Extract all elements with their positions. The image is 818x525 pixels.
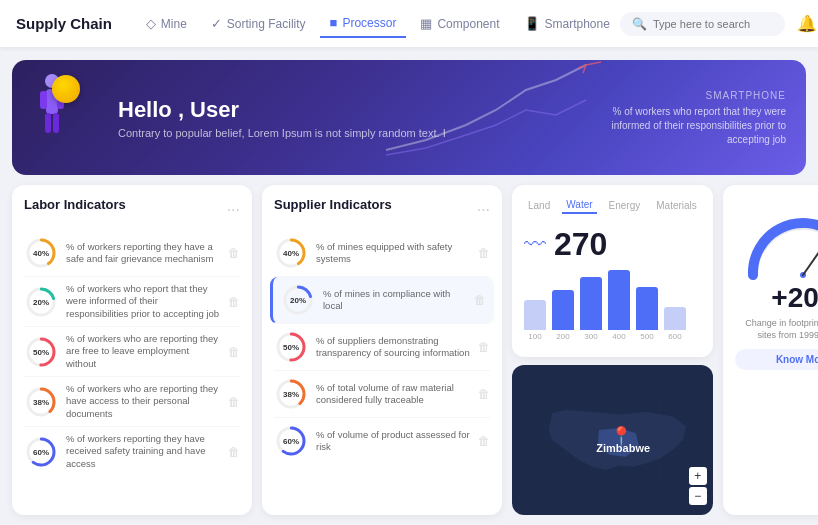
wave-icon: 〰 [524, 232, 546, 258]
navbar: Supply Chain ◇ Mine ✓ Sorting Facility ■… [0, 0, 818, 48]
svg-line-6 [586, 62, 601, 65]
gauge-svg [743, 215, 818, 280]
labor-circle: 38% [24, 385, 58, 419]
bar-label: 500 [640, 332, 653, 341]
unit-label: sq. km [735, 197, 818, 211]
bar [664, 307, 686, 330]
bar [636, 287, 658, 330]
hero-coin [52, 75, 80, 103]
supplier-circle: 50% [274, 330, 308, 364]
labor-rows: 40% % of workers reporting they have a s… [24, 230, 240, 476]
bar-column: 100 [524, 300, 546, 341]
stats-tabs: LandWaterEnergyMaterials [524, 197, 701, 214]
supplier-row: 60% % of volume of product assessed for … [274, 418, 490, 464]
bar-column: 300 [580, 277, 602, 341]
stats-big-number: 270 [554, 226, 607, 263]
bar-label: 200 [556, 332, 569, 341]
bar-column: 400 [608, 270, 630, 341]
stats-tab-materials[interactable]: Materials [652, 198, 701, 213]
hero-sparkline [386, 60, 606, 175]
labor-row: 20% % of workers who report that they we… [24, 277, 240, 327]
smartphone-icon: 📱 [524, 16, 540, 31]
bar-chart: 100 200 300 400 500 600 [524, 271, 701, 341]
delete-icon[interactable]: 🗑 [228, 395, 240, 409]
bar-column: 500 [636, 287, 658, 341]
right-panel-card: sq. km +200 Change in footprint of minin… [723, 185, 818, 515]
map-controls: + − [689, 467, 707, 505]
supplier-indicators-card: Supplier Indicators ··· 40% % of mines e… [262, 185, 502, 515]
bar [524, 300, 546, 330]
bar-label: 600 [668, 332, 681, 341]
labor-menu-icon[interactable]: ··· [227, 201, 240, 219]
labor-row: 60% % of workers reporting they have rec… [24, 427, 240, 476]
labor-circle: 50% [24, 335, 58, 369]
labor-circle: 40% [24, 236, 58, 270]
stats-tab-land[interactable]: Land [524, 198, 554, 213]
labor-row: 50% % of workers who are reporting they … [24, 327, 240, 377]
svg-rect-2 [40, 91, 47, 109]
supplier-menu-icon[interactable]: ··· [477, 201, 490, 219]
delete-icon[interactable]: 🗑 [474, 293, 486, 307]
hero-banner: Hello , User Contrary to popular belief,… [12, 60, 806, 175]
svg-line-35 [803, 235, 818, 275]
bar-column: 200 [552, 290, 574, 341]
bar [552, 290, 574, 330]
bar-label: 100 [528, 332, 541, 341]
supplier-circle: 60% [274, 424, 308, 458]
know-more-button[interactable]: Know More [735, 349, 818, 370]
svg-rect-5 [53, 113, 59, 133]
labor-row: 40% % of workers reporting they have a s… [24, 230, 240, 277]
nav-item-processor[interactable]: ■ Processor [320, 9, 407, 38]
main-grid: Labor Indicators ··· 40% % of workers re… [12, 185, 806, 515]
hero-right-info: SMARTPHONE % of workers who report that … [606, 89, 786, 146]
app-logo: Supply Chain [16, 15, 112, 32]
nav-item-smartphone[interactable]: 📱 Smartphone [514, 10, 620, 37]
search-input[interactable] [653, 18, 773, 30]
search-bar[interactable]: 🔍 [620, 12, 785, 36]
nav-right: 🔔 S Supplier ▾ [797, 9, 818, 39]
delete-icon[interactable]: 🗑 [478, 246, 490, 260]
delete-icon[interactable]: 🗑 [478, 434, 490, 448]
bar-label: 300 [584, 332, 597, 341]
nav-item-component[interactable]: ▦ Component [410, 10, 509, 37]
supplier-card-header: Supplier Indicators ··· [274, 197, 490, 222]
supplier-row: 20% % of mines in compliance with local … [270, 277, 494, 324]
supplier-row: 38% % of total volume of raw material co… [274, 371, 490, 418]
delete-icon[interactable]: 🗑 [478, 340, 490, 354]
nav-item-mine[interactable]: ◇ Mine [136, 10, 197, 37]
change-text: Change in footprint of mining sites from… [735, 318, 818, 341]
stats-tab-water[interactable]: Water [562, 197, 596, 214]
big-number: +200 [735, 282, 818, 314]
map-zoom-out[interactable]: − [689, 487, 707, 505]
labor-circle: 60% [24, 435, 58, 469]
bar-label: 400 [612, 332, 625, 341]
delete-icon[interactable]: 🗑 [228, 345, 240, 359]
delete-icon[interactable]: 🗑 [228, 295, 240, 309]
supplier-title: Supplier Indicators [274, 197, 392, 212]
hero-illustration [32, 73, 102, 163]
supplier-circle: 20% [281, 283, 315, 317]
labor-row: 38% % of workers who are reporting they … [24, 377, 240, 427]
delete-icon[interactable]: 🗑 [228, 445, 240, 459]
stats-tab-energy[interactable]: Energy [605, 198, 645, 213]
nav-items: ◇ Mine ✓ Sorting Facility ■ Processor ▦ … [136, 9, 620, 38]
supplier-row: 40% % of mines equipped with safety syst… [274, 230, 490, 277]
supplier-row: 50% % of suppliers demonstrating transpa… [274, 324, 490, 371]
delete-icon[interactable]: 🗑 [478, 387, 490, 401]
delete-icon[interactable]: 🗑 [228, 246, 240, 260]
map-card: Zimbabwe 📍 + − [512, 365, 713, 515]
middle-column: LandWaterEnergyMaterials 〰 270 100 200 3… [512, 185, 713, 515]
supplier-circle: 38% [274, 377, 308, 411]
processor-icon: ■ [330, 15, 338, 30]
map-zoom-in[interactable]: + [689, 467, 707, 485]
bar-column: 600 [664, 307, 686, 341]
bar [608, 270, 630, 330]
map-pin: 📍 [610, 425, 632, 447]
bell-icon[interactable]: 🔔 [797, 14, 817, 33]
labor-circle: 20% [24, 285, 58, 319]
supplier-rows: 40% % of mines equipped with safety syst… [274, 230, 490, 464]
nav-item-sorting[interactable]: ✓ Sorting Facility [201, 10, 316, 37]
sorting-icon: ✓ [211, 16, 222, 31]
mine-icon: ◇ [146, 16, 156, 31]
labor-card-header: Labor Indicators ··· [24, 197, 240, 222]
